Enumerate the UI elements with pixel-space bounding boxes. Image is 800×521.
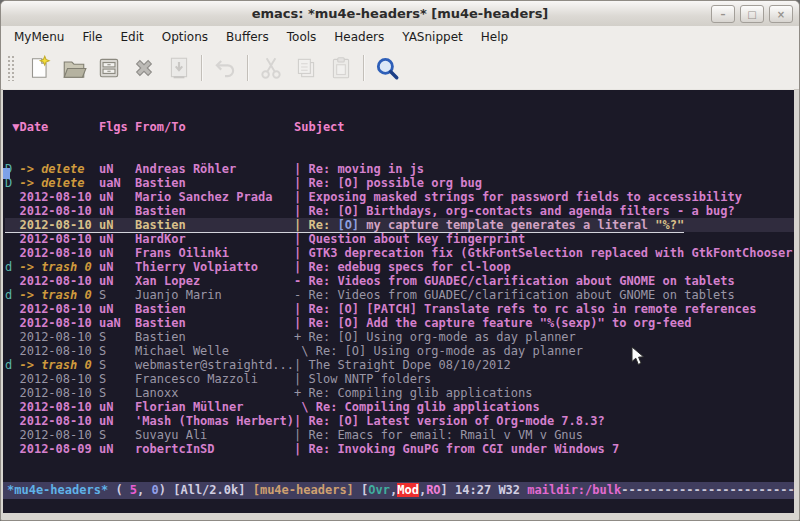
toolbar-separator — [247, 55, 249, 81]
message-row[interactable]: 2012-08-10 S Lanoxx + Re: Compiling glib… — [5, 386, 794, 400]
message-row[interactable]: 2012-08-10 uN Mario Sanchez Prada | Expo… — [5, 190, 794, 204]
paste-icon — [328, 55, 354, 81]
message-row[interactable]: 2012-08-10 S Francesco Mazzoli | Slow NN… — [5, 372, 794, 386]
modeline[interactable]: *mu4e-headers* ( 5, 0) [All/2.0k] [mu4e-… — [3, 482, 794, 499]
modeline-segment: , — [137, 483, 151, 497]
search-icon[interactable] — [374, 55, 400, 81]
toolbar — [1, 47, 799, 90]
new-file-icon[interactable] — [26, 55, 52, 81]
headers-column-header-line: ▼Date Flgs From/To Subject — [5, 120, 794, 134]
emacs-window: emacs: *mu4e-headers* [mu4e-headers] –□×… — [0, 0, 800, 521]
menu-item-tools[interactable]: Tools — [278, 28, 326, 46]
delete-icon[interactable] — [131, 55, 157, 81]
modeline-segment: *mu4e-headers* — [7, 483, 108, 497]
header-rows: D -> delete uN Andreas Röhler | Re: movi… — [5, 162, 794, 456]
mouse-cursor — [631, 346, 645, 370]
toolbar-separator — [201, 55, 203, 81]
echo-area[interactable] — [3, 499, 794, 513]
open-folder-icon[interactable] — [61, 55, 87, 81]
message-row[interactable]: 2012-08-10 uN Bastien | Re: [O] Birthday… — [5, 204, 794, 218]
menu-item-headers[interactable]: Headers — [325, 28, 393, 46]
window-controls: –□× — [711, 5, 793, 23]
menu-item-file[interactable]: File — [73, 28, 111, 46]
window-title: emacs: *mu4e-headers* [mu4e-headers] — [1, 1, 799, 26]
toolbar-grip-handle[interactable] — [7, 55, 15, 81]
modeline-segment: maildir:/bulk — [527, 483, 621, 497]
minimize-button[interactable]: – — [711, 5, 735, 23]
menu-item-edit[interactable]: Edit — [112, 28, 153, 46]
message-row[interactable]: 2012-08-10 S Michael Welle \ Re: [O] Usi… — [5, 344, 794, 358]
modeline-segment: ------------------------ — [621, 483, 794, 497]
message-row[interactable]: 2012-08-10 uN Bastien | Re: [O] [PATCH] … — [5, 302, 794, 316]
maximize-button[interactable]: □ — [740, 5, 764, 23]
menu-item-options[interactable]: Options — [153, 28, 217, 46]
message-row[interactable]: 2012-08-10 S Suvayu Ali | Re: Emacs for … — [5, 428, 794, 442]
toolbar-separator — [363, 55, 365, 81]
message-row[interactable]: 2012-08-10 S Bastien + Re: [O] Using org… — [5, 330, 794, 344]
modeline-segment: [ — [354, 483, 368, 497]
message-row[interactable]: 2012-08-10 uN Frans Oilinki | GTK3 depre… — [5, 246, 794, 260]
titlebar[interactable]: emacs: *mu4e-headers* [mu4e-headers] –□× — [1, 1, 799, 27]
save-icon[interactable] — [96, 55, 122, 81]
menu-item-yasnippet[interactable]: YASnippet — [393, 28, 472, 46]
mu4e-headers-buffer-area: ▼Date Flgs From/To Subject D -> delete u… — [3, 89, 794, 513]
message-row[interactable]: 2012-08-10 uN 'Mash (Thomas Herbert)| Re… — [5, 414, 794, 428]
message-row[interactable]: 2012-08-10 uN HardKor | Question about k… — [5, 232, 794, 246]
message-row[interactable]: 2012-08-10 uN Xan Lopez - Re: Videos fro… — [5, 274, 794, 288]
menu-item-buffers[interactable]: Buffers — [217, 28, 278, 46]
menu-item-mymenu[interactable]: MyMenu — [5, 28, 73, 46]
message-row[interactable]: 2012-08-09 uN robertcInSD | Re: Invoking… — [5, 442, 794, 456]
message-row[interactable]: d -> trash 0 S Juanjo Marin - Re: Videos… — [5, 288, 794, 302]
point-cursor — [3, 168, 10, 179]
message-row[interactable]: d -> trash 0 uN Thierry Volpiatto | Re: … — [5, 260, 794, 274]
modeline-segment: ( — [108, 483, 130, 497]
modeline-segment: [mu4e-headers] — [253, 483, 354, 497]
menu-item-help[interactable]: Help — [472, 28, 517, 46]
close-button[interactable]: × — [769, 5, 793, 23]
cut-icon — [258, 55, 284, 81]
message-row[interactable]: 2012-08-10 uN Florian Müllner \ Re: Comp… — [5, 400, 794, 414]
undo-icon — [212, 55, 238, 81]
message-row[interactable]: D -> delete uN Andreas Röhler | Re: movi… — [5, 162, 794, 176]
save-as-icon — [166, 55, 192, 81]
message-row[interactable]: 2012-08-10 uN Bastien | Re: [O] my captu… — [5, 218, 794, 232]
modeline-segment: 14:27 W32 — [455, 483, 527, 497]
modeline-segment: Mod — [397, 483, 419, 497]
modeline-segment: 5 — [130, 483, 137, 497]
message-row[interactable]: D -> delete uaN Bastien | Re: [O] possib… — [5, 176, 794, 190]
modeline-segment: 0 — [152, 483, 159, 497]
modeline-segment: RO — [426, 483, 440, 497]
modeline-segment: Ovr — [368, 483, 390, 497]
message-row[interactable]: d -> trash 0 S webmaster@straightd...| T… — [5, 358, 794, 372]
menubar: MyMenuFileEditOptionsBuffersToolsHeaders… — [1, 26, 799, 47]
modeline-segment: ] — [441, 483, 455, 497]
headers-buffer[interactable]: ▼Date Flgs From/To Subject D -> delete u… — [3, 91, 794, 482]
copy-icon — [293, 55, 319, 81]
message-row[interactable]: 2012-08-10 uaN Bastien | Re: [O] Add the… — [5, 316, 794, 330]
modeline-segment: ) [All/2.0k] — [159, 483, 253, 497]
